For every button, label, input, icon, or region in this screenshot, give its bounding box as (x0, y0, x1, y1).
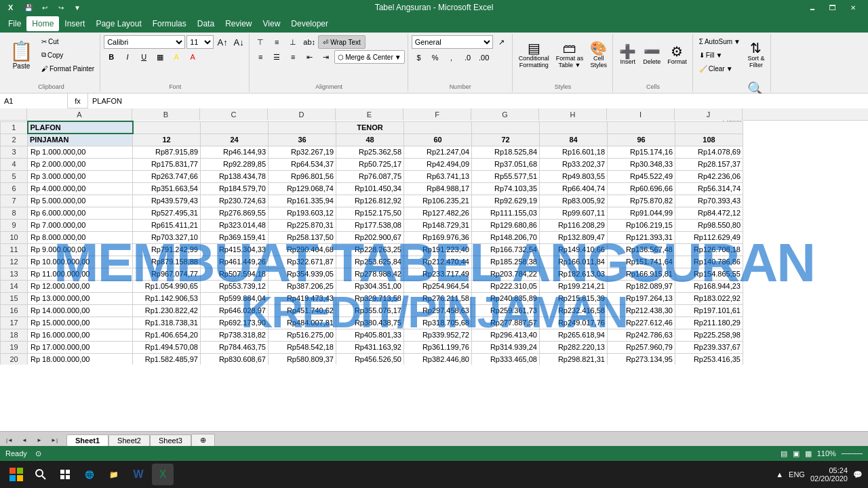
cell-data-6-9[interactable]: Rp56.314,74 (675, 182, 743, 195)
cell-data-7-3[interactable]: Rp161.335,94 (269, 195, 336, 207)
cell-data-7-4[interactable]: Rp126.812,92 (336, 195, 404, 207)
cell-data-20-6[interactable]: Rp333.465,08 (472, 353, 540, 365)
cell-data-4-6[interactable]: Rp37.051,68 (472, 158, 540, 170)
formula-input[interactable] (88, 94, 868, 108)
cell-data-6-8[interactable]: Rp60.696,66 (608, 182, 675, 195)
border-button[interactable]: ▦ (153, 50, 167, 64)
cell-data-7-5[interactable]: Rp106.235,21 (404, 195, 472, 207)
undo-btn[interactable]: ↩ (38, 1, 52, 14)
format-painter-button[interactable]: 🖌 Format Painter (39, 62, 97, 75)
sheet-next-btn[interactable]: ► (33, 434, 46, 446)
cell-data-17-0[interactable]: Rp 15.000.000,00 (28, 317, 133, 329)
cell-data-16-1[interactable]: Rp1.230.822,42 (133, 304, 201, 317)
cell-data-10-2[interactable]: Rp369.159,41 (201, 231, 269, 243)
cell-data-5-8[interactable]: Rp45.522,49 (608, 170, 675, 182)
cell-data-20-0[interactable]: Rp 18.000.000,00 (28, 353, 133, 365)
align-top-btn[interactable]: ⊤ (253, 35, 268, 49)
align-center-btn[interactable]: ☰ (269, 50, 284, 64)
cell-data-17-6[interactable]: Rp277.887,57 (472, 317, 540, 329)
cell-data-10-6[interactable]: Rp148.206,70 (472, 231, 540, 243)
cell-data-12-9[interactable]: Rp140.786,86 (675, 256, 743, 268)
cell-data-8-6[interactable]: Rp111.155,03 (472, 207, 540, 219)
cell-D2[interactable]: 36 (269, 134, 336, 146)
cell-data-16-4[interactable]: Rp355.076,17 (336, 304, 404, 317)
cell-data-9-1[interactable]: Rp615.411,21 (133, 219, 201, 231)
cell-data-20-4[interactable]: Rp456.526,50 (336, 353, 404, 365)
col-header-A[interactable]: A (27, 108, 132, 121)
increase-decimal-btn[interactable]: .00 (477, 51, 492, 64)
cell-data-14-5[interactable]: Rp254.964,54 (404, 280, 472, 292)
cell-data-16-8[interactable]: Rp212.438,30 (608, 304, 675, 317)
cell-data-12-8[interactable]: Rp151.741,64 (608, 256, 675, 268)
zoom-slider[interactable]: ──── (842, 449, 863, 458)
cell-data-5-1[interactable]: Rp263.747,66 (133, 170, 201, 182)
cell-data-14-2[interactable]: Rp553.739,12 (201, 280, 269, 292)
autosum-button[interactable]: Σ AutoSum ▼ (696, 35, 743, 47)
cell-data-15-1[interactable]: Rp1.142.906,53 (133, 292, 201, 304)
cell-data-3-7[interactable]: Rp16.601,18 (540, 146, 608, 158)
col-header-I[interactable]: I (607, 108, 675, 121)
cell-B1[interactable] (133, 121, 201, 134)
row-num-17[interactable]: 17 (1, 317, 28, 329)
row-num-19[interactable]: 19 (1, 341, 28, 353)
cell-data-4-5[interactable]: Rp42.494,09 (404, 158, 472, 170)
cell-data-4-9[interactable]: Rp28.157,37 (675, 158, 743, 170)
cell-data-4-8[interactable]: Rp30.348,33 (608, 158, 675, 170)
cell-data-12-4[interactable]: Rp253.625,84 (336, 256, 404, 268)
col-header-D[interactable]: D (268, 108, 336, 121)
font-color-button[interactable]: A (185, 50, 200, 64)
cell-data-19-2[interactable]: Rp784.463,75 (201, 341, 269, 353)
cell-A1[interactable]: PLAFON (28, 121, 133, 134)
cell-data-19-1[interactable]: Rp1.494.570,08 (133, 341, 201, 353)
merge-center-button[interactable]: ⬡ Merge & Center ▼ (334, 50, 405, 64)
cell-data-4-0[interactable]: Rp 2.000.000,00 (28, 158, 133, 170)
taskbar-task-view[interactable] (54, 464, 76, 485)
cell-data-3-3[interactable]: Rp32.267,19 (269, 146, 336, 158)
row-num-14[interactable]: 14 (1, 280, 28, 292)
taskbar-file-explorer[interactable]: 📁 (103, 464, 125, 485)
cell-data-7-8[interactable]: Rp75.870,82 (608, 195, 675, 207)
cell-data-5-0[interactable]: Rp 3.000.000,00 (28, 170, 133, 182)
cell-data-6-1[interactable]: Rp351.663,54 (133, 182, 201, 195)
col-header-B[interactable]: B (132, 108, 200, 121)
cell-data-18-0[interactable]: Rp 16.000.000,00 (28, 329, 133, 341)
cell-data-7-2[interactable]: Rp230.724,63 (201, 195, 269, 207)
cell-F1[interactable] (404, 121, 472, 134)
cut-button[interactable]: ✂ Cut (39, 35, 97, 47)
cell-data-6-0[interactable]: Rp 4.000.000,00 (28, 182, 133, 195)
italic-button[interactable]: I (120, 50, 135, 64)
cell-data-18-3[interactable]: Rp516.275,00 (269, 329, 336, 341)
currency-btn[interactable]: $ (412, 51, 427, 64)
cell-data-5-5[interactable]: Rp63.741,13 (404, 170, 472, 182)
cell-data-18-5[interactable]: Rp339.952,72 (404, 329, 472, 341)
cell-G2[interactable]: 72 (472, 134, 540, 146)
bold-button[interactable]: B (104, 50, 119, 64)
cell-data-3-1[interactable]: Rp87.915,89 (133, 146, 201, 158)
sheet-last-btn[interactable]: ►| (47, 434, 61, 446)
cell-data-15-0[interactable]: Rp 13.000.000,00 (28, 292, 133, 304)
cell-data-10-1[interactable]: Rp703.327,10 (133, 231, 201, 243)
row-num-9[interactable]: 9 (1, 219, 28, 231)
col-header-C[interactable]: C (200, 108, 268, 121)
cell-data-18-7[interactable]: Rp265.618,94 (540, 329, 608, 341)
cell-data-5-2[interactable]: Rp138.434,78 (201, 170, 269, 182)
cell-data-11-2[interactable]: Rp415.304,33 (201, 243, 269, 256)
cell-data-17-1[interactable]: Rp1.318.738,31 (133, 317, 201, 329)
cell-data-9-0[interactable]: Rp 7.000.000,00 (28, 219, 133, 231)
cell-data-14-3[interactable]: Rp387.206,25 (269, 280, 336, 292)
cell-data-16-0[interactable]: Rp 14.000.000,00 (28, 304, 133, 317)
cell-data-5-4[interactable]: Rp76.087,75 (336, 170, 404, 182)
cell-data-17-7[interactable]: Rp249.017,76 (540, 317, 608, 329)
font-size-select[interactable]: 11 (186, 35, 214, 49)
row-num-5[interactable]: 5 (1, 170, 28, 182)
cell-data-3-5[interactable]: Rp21.247,04 (404, 146, 472, 158)
cell-data-5-3[interactable]: Rp96.801,56 (269, 170, 336, 182)
clear-button[interactable]: 🧹 Clear ▼ (696, 62, 743, 75)
row-num-13[interactable]: 13 (1, 268, 28, 280)
cell-H2[interactable]: 84 (540, 134, 608, 146)
cell-data-14-7[interactable]: Rp199.214,21 (540, 280, 608, 292)
menu-file[interactable]: File (3, 16, 26, 31)
cell-data-9-7[interactable]: Rp116.208,29 (540, 219, 608, 231)
copy-button[interactable]: ⧉ Copy (39, 49, 97, 61)
align-bottom-btn[interactable]: ⊥ (285, 35, 300, 49)
